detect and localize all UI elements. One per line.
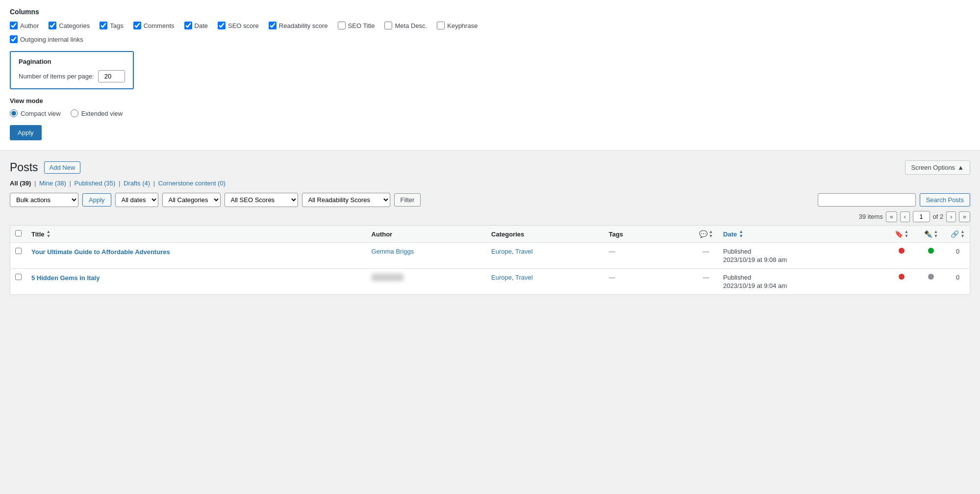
all-dates-select[interactable]: All dates bbox=[115, 193, 158, 207]
first-page-button[interactable]: « bbox=[886, 211, 897, 222]
th-readability-score: ✒️ ▲▼ bbox=[916, 226, 946, 243]
post-date-cell: Published2023/10/19 at 9:04 am bbox=[718, 269, 887, 295]
author-link[interactable]: xxxxxxxxxx bbox=[372, 274, 403, 281]
post-date-cell: Published2023/10/19 at 9:08 am bbox=[718, 243, 887, 269]
current-page-input[interactable] bbox=[913, 211, 930, 222]
date-sort-link[interactable]: Date ▲▼ bbox=[723, 230, 882, 238]
filter-separator: | bbox=[151, 180, 157, 187]
all-seo-scores-select[interactable]: All SEO Scores bbox=[225, 193, 298, 207]
top-bar-right: Search Posts bbox=[818, 193, 970, 207]
col-checkbox-readability_score[interactable] bbox=[269, 22, 276, 29]
post-links-cell: 0 bbox=[946, 269, 970, 295]
posts-header: Posts Add New Screen Options ▲ bbox=[10, 160, 970, 175]
seo-sort-link[interactable]: 🔖 ▲▼ bbox=[892, 230, 911, 238]
row-checkbox[interactable] bbox=[15, 248, 22, 254]
filter-link-mine[interactable]: Mine (38) bbox=[39, 180, 66, 187]
title-sort-link[interactable]: Title ▲▼ bbox=[31, 230, 362, 238]
links-sort-link[interactable]: 🔗 ▲▼ bbox=[951, 230, 965, 238]
filter-link-drafts[interactable]: Drafts (4) bbox=[124, 180, 150, 187]
post-title-link[interactable]: 5 Hidden Gems in Italy bbox=[31, 274, 100, 282]
col-checkbox-categories[interactable] bbox=[49, 22, 56, 29]
th-seo-score: 🔖 ▲▼ bbox=[887, 226, 916, 243]
extended-view-label[interactable]: Extended view bbox=[71, 109, 123, 117]
filter-separator: | bbox=[117, 180, 122, 187]
total-pages: of 2 bbox=[933, 213, 944, 220]
filter-separator: | bbox=[68, 180, 73, 187]
search-posts-button[interactable]: Search Posts bbox=[920, 193, 970, 207]
outgoing-row: Outgoing internal links bbox=[10, 35, 970, 43]
filter-link-cornerstone-content[interactable]: Cornerstone content (0) bbox=[158, 180, 226, 187]
outgoing-links-checkbox[interactable] bbox=[10, 35, 18, 43]
outgoing-links-label[interactable]: Outgoing internal links bbox=[10, 35, 970, 43]
filter-link-all[interactable]: All (39) bbox=[10, 180, 31, 187]
readability-sort-link[interactable]: ✒️ ▲▼ bbox=[921, 230, 941, 238]
col-label-seo_score[interactable]: SEO score bbox=[218, 22, 259, 29]
post-title-cell: Your Ultimate Guide to Affordable Advent… bbox=[26, 243, 367, 269]
filter-link-published[interactable]: Published (35) bbox=[74, 180, 115, 187]
seo-score-dot bbox=[899, 248, 905, 254]
view-mode-row: Compact view Extended view bbox=[10, 109, 970, 117]
all-readability-scores-select[interactable]: All Readability Scores bbox=[302, 193, 390, 207]
th-title: Title ▲▼ bbox=[26, 226, 367, 243]
col-checkbox-comments[interactable] bbox=[133, 22, 141, 29]
col-checkbox-date[interactable] bbox=[184, 22, 192, 29]
pagination-label: Number of items per page: bbox=[19, 73, 94, 80]
col-checkbox-seo_score[interactable] bbox=[218, 22, 226, 29]
extended-view-radio[interactable] bbox=[71, 109, 78, 117]
date-status: Published bbox=[723, 274, 882, 281]
category-link[interactable]: Europe bbox=[491, 248, 512, 255]
screen-options-button[interactable]: Screen Options ▲ bbox=[905, 160, 970, 175]
posts-table: Title ▲▼ Author Categories Tags 💬 ▲▼ bbox=[10, 225, 970, 295]
bulk-actions-select[interactable]: Bulk actions bbox=[10, 193, 78, 207]
prev-page-button[interactable]: ‹ bbox=[900, 211, 910, 222]
col-label-meta_desc[interactable]: Meta Desc. bbox=[384, 22, 427, 29]
col-label-author[interactable]: Author bbox=[10, 22, 39, 29]
col-checkbox-keyphrase[interactable] bbox=[437, 22, 445, 29]
compact-view-label[interactable]: Compact view bbox=[10, 109, 61, 117]
readability-sort-arrows-icon: ▲▼ bbox=[934, 230, 938, 238]
col-checkbox-seo_title[interactable] bbox=[338, 22, 346, 29]
links-count: 0 bbox=[956, 274, 959, 281]
col-label-seo_title[interactable]: SEO Title bbox=[338, 22, 375, 29]
col-checkbox-author[interactable] bbox=[10, 22, 18, 29]
col-label-readability_score[interactable]: Readability score bbox=[269, 22, 328, 29]
search-posts-input[interactable] bbox=[818, 193, 916, 207]
all-categories-select[interactable]: All Categories bbox=[162, 193, 221, 207]
post-tags-cell: — bbox=[604, 243, 694, 269]
apply-panel-button[interactable]: Apply bbox=[10, 125, 42, 140]
table-row: Your Ultimate Guide to Affordable Advent… bbox=[10, 243, 970, 269]
links-count: 0 bbox=[956, 248, 959, 255]
add-new-button[interactable]: Add New bbox=[44, 161, 81, 174]
last-page-button[interactable]: » bbox=[959, 211, 970, 222]
row-checkbox[interactable] bbox=[15, 274, 22, 280]
col-label-date[interactable]: Date bbox=[184, 22, 208, 29]
post-title-link[interactable]: Your Ultimate Guide to Affordable Advent… bbox=[31, 248, 170, 256]
col-label-tags[interactable]: Tags bbox=[100, 22, 123, 29]
filter-separator: | bbox=[32, 180, 38, 187]
compact-view-radio[interactable] bbox=[10, 109, 18, 117]
next-page-button[interactable]: › bbox=[946, 211, 956, 222]
col-label-keyphrase[interactable]: Keyphrase bbox=[437, 22, 477, 29]
col-checkbox-meta_desc[interactable] bbox=[384, 22, 392, 29]
post-links-cell: 0 bbox=[946, 243, 970, 269]
top-bar-left: Bulk actions Apply All dates All Categor… bbox=[10, 193, 421, 207]
filter-button[interactable]: Filter bbox=[394, 193, 421, 207]
table-row: 5 Hidden Gems in ItalyxxxxxxxxxxEurope, … bbox=[10, 269, 970, 295]
comments-sort-link[interactable]: 💬 ▲▼ bbox=[699, 230, 713, 238]
category-link[interactable]: Travel bbox=[515, 248, 533, 255]
title-sort-arrows-icon: ▲▼ bbox=[47, 230, 51, 238]
bulk-apply-button[interactable]: Apply bbox=[82, 193, 111, 207]
th-tags: Tags bbox=[604, 226, 694, 243]
col-checkbox-tags[interactable] bbox=[100, 22, 107, 29]
comment-icon: 💬 bbox=[699, 230, 707, 238]
col-label-categories[interactable]: Categories bbox=[49, 22, 90, 29]
select-all-checkbox[interactable] bbox=[15, 230, 22, 236]
th-categories: Categories bbox=[486, 226, 604, 243]
items-per-page-input[interactable] bbox=[98, 70, 125, 82]
category-link[interactable]: Travel bbox=[515, 274, 533, 281]
th-links: 🔗 ▲▼ bbox=[946, 226, 970, 243]
author-link[interactable]: Gemma Briggs bbox=[372, 248, 414, 255]
links-sort-arrows-icon: ▲▼ bbox=[960, 230, 965, 238]
category-link[interactable]: Europe bbox=[491, 274, 512, 281]
col-label-comments[interactable]: Comments bbox=[133, 22, 175, 29]
